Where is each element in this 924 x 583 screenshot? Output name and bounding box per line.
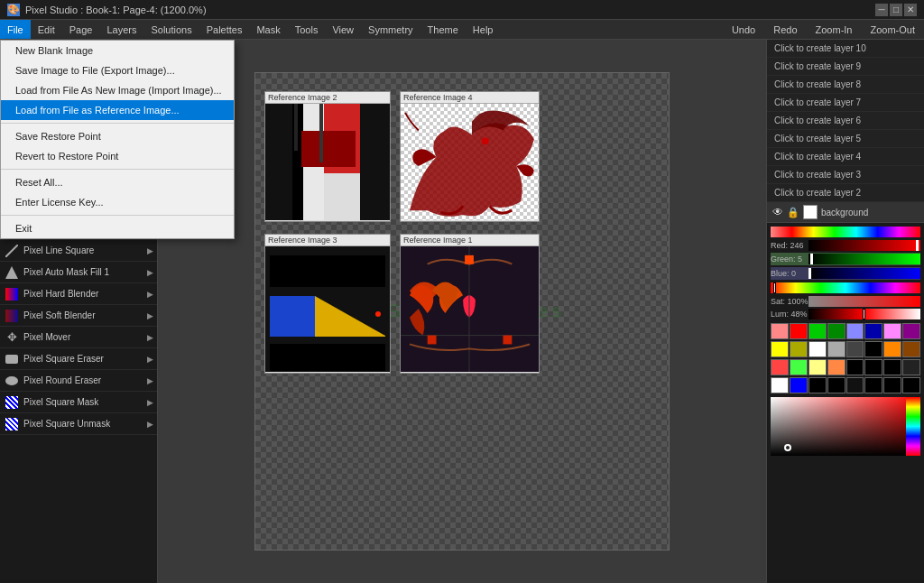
swatch[interactable] — [846, 341, 864, 357]
menu-page[interactable]: Page — [62, 20, 100, 39]
menu-palettes[interactable]: Palettes — [199, 20, 250, 39]
swatch[interactable] — [808, 359, 827, 375]
layer-visibility-toggle[interactable]: 👁 — [772, 206, 783, 218]
swatch[interactable] — [790, 323, 808, 339]
tool-pixel-square-mask[interactable]: Pixel Square Mask ▶ — [0, 392, 157, 413]
menu-save-image[interactable]: Save Image to File (Export Image)... — [1, 60, 234, 80]
reference-image-3[interactable]: Reference Image 3 — [264, 234, 391, 374]
svg-line-1 — [5, 245, 18, 257]
tool-pixel-hard-blender[interactable]: Pixel Hard Blender ▶ — [0, 283, 157, 305]
swatch[interactable] — [864, 323, 882, 339]
menu-reset-all[interactable]: Reset All... — [1, 172, 234, 192]
swatch[interactable] — [883, 323, 901, 339]
swatch[interactable] — [864, 359, 882, 375]
blue-slider[interactable] — [808, 268, 920, 279]
swatch[interactable] — [846, 359, 864, 375]
swatch[interactable] — [771, 341, 789, 357]
reference-image-4-title: Reference Image 4 — [401, 92, 539, 104]
reference-image-2[interactable]: Reference Image 2 — [264, 91, 391, 222]
menu-revert-restore[interactable]: Revert to Restore Point — [1, 146, 234, 166]
menu-file[interactable]: File — [0, 20, 31, 39]
color-gradient-picker[interactable] — [771, 397, 920, 456]
tool-pixel-line-square[interactable]: Pixel Line Square ▶ — [0, 240, 157, 262]
create-layer-7[interactable]: Click to create layer 7 — [767, 94, 924, 112]
menu-symmetry[interactable]: Symmetry — [361, 20, 420, 39]
swatch[interactable] — [827, 359, 845, 375]
swatch[interactable] — [902, 359, 920, 375]
menubar: File Edit Page Layers Solutions Palettes… — [0, 20, 924, 40]
reference-image-1[interactable]: Reference Image 1 — [400, 234, 540, 374]
canvas-area[interactable]: ⬡ SamiSoftwares Reference Image 2 — [158, 40, 766, 583]
swatch[interactable] — [771, 377, 789, 393]
swatch[interactable] — [827, 323, 845, 339]
create-layer-5[interactable]: Click to create layer 5 — [767, 130, 924, 148]
swatch[interactable] — [827, 377, 845, 393]
red-slider[interactable] — [808, 240, 920, 251]
menu-view[interactable]: View — [325, 20, 361, 39]
maximize-button[interactable]: □ — [890, 4, 902, 16]
menu-load-new[interactable]: Load from File As New Image (Import Imag… — [1, 80, 234, 100]
tool-pixel-auto-mask-fill[interactable]: Pixel Auto Mask Fill 1 ▶ — [0, 262, 157, 283]
swatch[interactable] — [864, 377, 882, 393]
swatch[interactable] — [846, 323, 864, 339]
swatch[interactable] — [808, 323, 827, 339]
menu-theme[interactable]: Theme — [420, 20, 466, 39]
menu-layers[interactable]: Layers — [99, 20, 143, 39]
zoom-out-action[interactable]: Zoom-Out — [861, 23, 924, 37]
swatch[interactable] — [902, 323, 920, 339]
create-layer-4[interactable]: Click to create layer 4 — [767, 148, 924, 166]
minimize-button[interactable]: ─ — [875, 4, 888, 16]
swatch[interactable] — [808, 377, 827, 393]
menu-license[interactable]: Enter License Key... — [1, 192, 234, 212]
rainbow-strip[interactable] — [771, 282, 920, 293]
menu-solutions[interactable]: Solutions — [143, 20, 199, 39]
create-layer-10[interactable]: Click to create layer 10 — [767, 40, 924, 58]
swatch[interactable] — [846, 377, 864, 393]
menu-new-blank[interactable]: New Blank Image — [1, 41, 234, 60]
tool-pixel-round-eraser[interactable]: Pixel Round Eraser ▶ — [0, 370, 157, 392]
menu-save-restore[interactable]: Save Restore Point — [1, 126, 234, 146]
red-label: Red: 246 — [771, 241, 808, 250]
lum-slider[interactable] — [808, 309, 920, 319]
reference-image-4[interactable]: Reference Image 4 — [400, 91, 540, 222]
tool-pixel-square-eraser[interactable]: Pixel Square Eraser ▶ — [0, 348, 157, 370]
tool-pixel-square-unmask[interactable]: Pixel Square Unmask ▶ — [0, 413, 157, 435]
swatch[interactable] — [902, 377, 920, 393]
tool-pixel-mover[interactable]: ✥ Pixel Mover ▶ — [0, 327, 157, 348]
swatch[interactable] — [827, 341, 845, 357]
layer-color-swatch[interactable] — [803, 205, 818, 219]
swatch[interactable] — [883, 341, 901, 357]
green-slider[interactable] — [808, 254, 920, 264]
create-layer-6[interactable]: Click to create layer 6 — [767, 112, 924, 130]
color-hue-strip[interactable] — [771, 227, 920, 237]
redo-action[interactable]: Redo — [764, 23, 806, 37]
sat-slider[interactable] — [808, 296, 920, 307]
create-layer-9[interactable]: Click to create layer 9 — [767, 58, 924, 76]
zoom-in-action[interactable]: Zoom-In — [807, 23, 862, 37]
layer-lock-toggle[interactable]: 🔒 — [787, 207, 799, 218]
swatch[interactable] — [790, 377, 808, 393]
canvas[interactable]: ⬡ SamiSoftwares Reference Image 2 — [254, 72, 670, 551]
create-layer-3[interactable]: Click to create layer 3 — [767, 166, 924, 184]
undo-action[interactable]: Undo — [723, 23, 764, 37]
swatch[interactable] — [883, 377, 901, 393]
swatch[interactable] — [771, 323, 789, 339]
swatch[interactable] — [771, 359, 789, 375]
tool-pixel-soft-blender[interactable]: Pixel Soft Blender ▶ — [0, 305, 157, 327]
menu-exit[interactable]: Exit — [1, 218, 234, 238]
menu-help[interactable]: Help — [466, 20, 501, 39]
create-layer-8[interactable]: Click to create layer 8 — [767, 76, 924, 94]
create-layer-2[interactable]: Click to create layer 2 — [767, 184, 924, 202]
swatch[interactable] — [902, 341, 920, 357]
swatch[interactable] — [883, 359, 901, 375]
menu-mask[interactable]: Mask — [249, 20, 287, 39]
swatch[interactable] — [808, 341, 827, 357]
menu-load-reference[interactable]: Load from File as Reference Image... — [1, 100, 234, 120]
swatch[interactable] — [790, 359, 808, 375]
swatch[interactable] — [790, 341, 808, 357]
menu-edit[interactable]: Edit — [31, 20, 62, 39]
swatch[interactable] — [864, 341, 882, 357]
close-button[interactable]: ✕ — [904, 4, 917, 16]
lum-label: Lum: 48% — [771, 310, 808, 319]
menu-tools[interactable]: Tools — [288, 20, 326, 39]
